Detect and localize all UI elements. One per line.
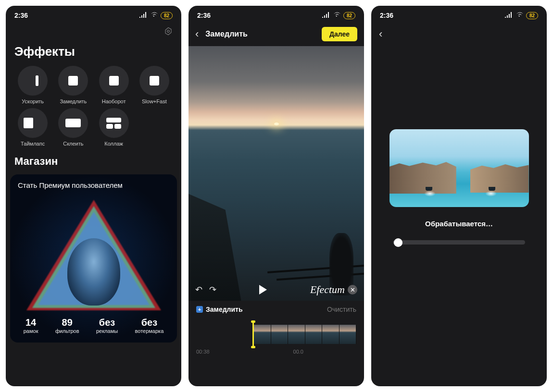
premium-stats: 14 рамок 89 фильтров без рекламы без вот… — [10, 317, 177, 334]
clear-button[interactable]: Очистить — [327, 306, 356, 313]
stat-watermark: без вотермарка — [135, 317, 164, 334]
progress-thumb[interactable] — [394, 238, 402, 247]
screen-editor: 2:36 82 ‹ Замедлить Далее ↶ ↷ — [189, 6, 364, 386]
thumb-wake — [485, 191, 497, 196]
thumb-boat — [426, 187, 432, 191]
status-time: 2:36 — [14, 12, 28, 19]
action-row: + Замедлить Очистить — [189, 301, 364, 316]
effect-label: Коллаж — [104, 141, 123, 147]
settings-icon[interactable] — [164, 27, 173, 37]
redo-icon[interactable]: ↷ — [209, 284, 216, 295]
effect-reverse[interactable]: Наоборот — [96, 66, 132, 104]
timeline-frame[interactable] — [288, 325, 305, 344]
plus-icon: + — [196, 306, 203, 313]
premium-art-face — [67, 238, 120, 306]
timeline-frame[interactable] — [322, 325, 339, 344]
thumb-buildings-left — [390, 160, 456, 194]
editor-title: Замедлить — [201, 30, 322, 38]
effect-speed-up[interactable]: Ускорить — [14, 66, 51, 104]
effect-slow-down[interactable]: Замедлить — [55, 66, 91, 104]
processing-header: ‹ — [371, 23, 547, 45]
action-label: Замедлить — [206, 306, 243, 313]
progress-bar[interactable] — [393, 240, 525, 245]
processing-label: Обрабатывается… — [425, 220, 493, 228]
watermark: Efectum ✕ — [310, 283, 357, 296]
effect-label: Таймлапс — [21, 141, 45, 147]
time-row: 00:38 00.0 — [189, 346, 364, 355]
effect-label: Замедлить — [60, 98, 87, 104]
wifi-icon — [333, 12, 340, 19]
signal-icon — [139, 12, 147, 19]
back-icon[interactable]: ‹ — [379, 28, 385, 40]
stat-ads: без рекламы — [96, 317, 118, 334]
playhead[interactable] — [252, 322, 254, 346]
signal-icon — [322, 12, 330, 19]
thumb-boat — [489, 187, 495, 191]
close-icon[interactable]: ✕ — [348, 285, 357, 294]
screen-processing: 2:36 82 ‹ Обрабатывается… — [371, 6, 547, 386]
status-bar: 2:36 82 — [6, 6, 181, 23]
preview-sun — [274, 122, 279, 125]
status-icons: 82 — [322, 12, 355, 19]
premium-card[interactable]: Стать Премиум пользователем 14 рамок 89 … — [10, 174, 177, 343]
status-bar: 2:36 82 — [189, 6, 364, 23]
timeline-frame[interactable] — [271, 325, 289, 344]
action-slow-label[interactable]: + Замедлить — [196, 306, 243, 313]
svg-point-0 — [167, 30, 170, 33]
timeline-frame[interactable] — [254, 325, 271, 344]
timeline-frame[interactable] — [305, 325, 323, 344]
effect-label: Ускорить — [22, 98, 44, 104]
effect-merge[interactable]: Склеить — [55, 108, 91, 147]
status-icons: 82 — [139, 12, 173, 19]
watermark-text: Efectum — [310, 283, 345, 296]
next-button[interactable]: Далее — [322, 27, 357, 41]
settings-row — [6, 23, 181, 39]
status-bar: 2:36 82 — [371, 6, 547, 23]
effect-label: Склеить — [63, 141, 83, 147]
stat-filters: 89 фильтров — [55, 317, 79, 334]
processing-body: Обрабатывается… — [371, 45, 547, 386]
play-icon[interactable] — [259, 285, 267, 294]
thumb-wake — [424, 191, 436, 196]
editor-header: ‹ Замедлить Далее — [189, 23, 364, 46]
video-preview[interactable]: ↶ ↷ Efectum ✕ — [189, 46, 364, 301]
back-icon[interactable]: ‹ — [195, 28, 201, 40]
undo-icon[interactable]: ↶ — [195, 284, 202, 295]
effect-label: Slow+Fast — [142, 98, 167, 104]
timeline[interactable] — [254, 325, 356, 344]
effect-timelapse[interactable]: Таймлапс — [14, 108, 51, 147]
status-time: 2:36 — [380, 12, 393, 19]
thumb-buildings-right — [470, 162, 529, 193]
wifi-icon — [515, 12, 523, 19]
wifi-icon — [150, 12, 158, 19]
battery-icon: 82 — [343, 12, 355, 19]
time-mid: 00.0 — [293, 349, 303, 355]
status-icons: 82 — [505, 12, 538, 19]
undo-redo: ↶ ↷ — [195, 284, 216, 295]
shop-title: Магазин — [6, 147, 181, 174]
stat-frames: 14 рамок — [24, 317, 38, 334]
effect-collage[interactable]: Коллаж — [96, 108, 132, 147]
premium-title: Стать Премиум пользователем — [18, 181, 123, 189]
screen-effects: 2:36 82 Эффекты Ускорить Замедлить Наобо — [6, 6, 181, 386]
effect-slow-fast[interactable]: Slow+Fast — [136, 66, 173, 104]
status-time: 2:36 — [197, 12, 211, 19]
preview-controls: ↶ ↷ Efectum ✕ — [189, 283, 364, 296]
battery-icon: 82 — [161, 12, 173, 19]
signal-icon — [505, 12, 513, 19]
time-left: 00:38 — [196, 349, 210, 355]
effects-title: Эффекты — [6, 39, 181, 66]
effects-grid: Ускорить Замедлить Наоборот Slow+Fast Та… — [6, 66, 181, 147]
timeline-wrap — [189, 316, 364, 346]
timeline-frame[interactable] — [339, 325, 357, 344]
effect-label: Наоборот — [102, 98, 126, 104]
battery-icon: 82 — [526, 12, 538, 19]
processing-thumbnail — [390, 129, 529, 207]
